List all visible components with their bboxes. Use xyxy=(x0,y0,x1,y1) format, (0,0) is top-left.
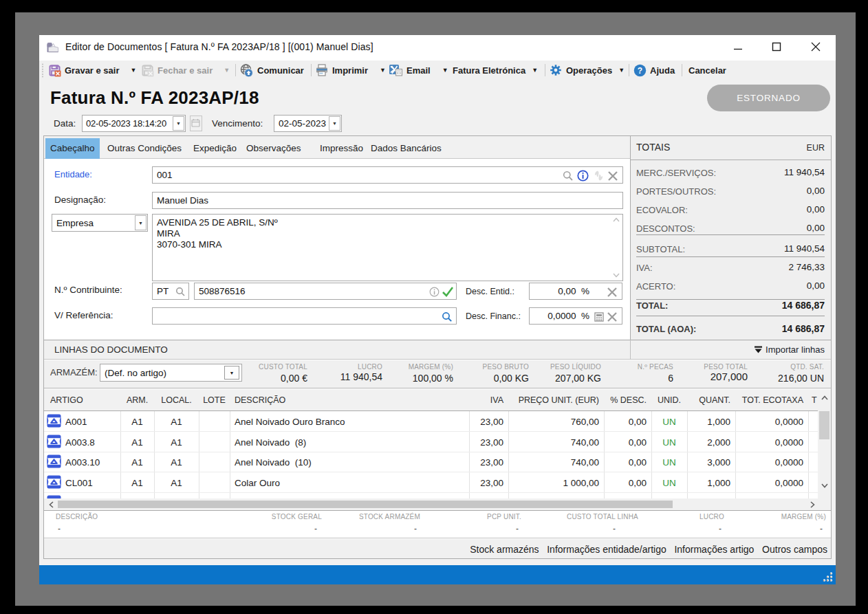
svg-text:?: ? xyxy=(638,65,642,75)
